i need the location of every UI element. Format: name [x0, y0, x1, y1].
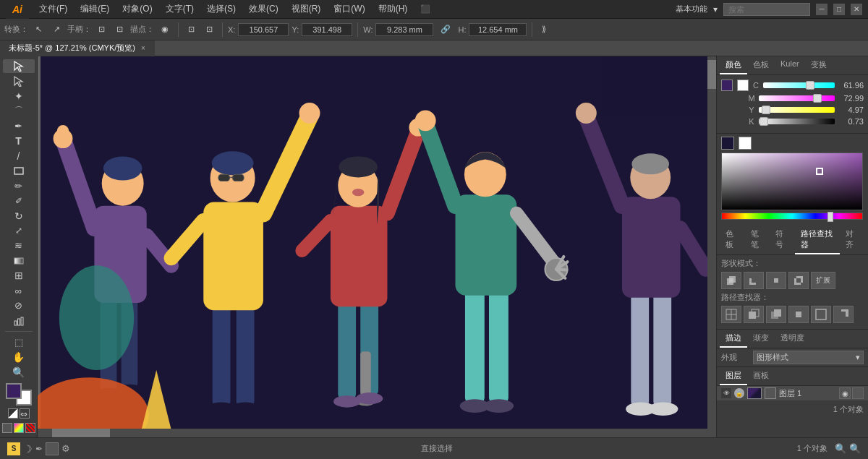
warp-tool[interactable]: ≋	[3, 239, 35, 253]
menu-effect[interactable]: 效果(C)	[243, 1, 284, 17]
canvas-area[interactable]	[38, 56, 716, 437]
minus-front-btn[interactable]	[744, 272, 764, 289]
none-mode-btn[interactable]	[25, 423, 35, 433]
c-thumb[interactable]	[806, 81, 814, 90]
layer-tab[interactable]: 图层	[720, 367, 747, 385]
artboard-tool[interactable]: ⬚	[3, 335, 35, 349]
y-input[interactable]	[302, 23, 352, 36]
trim-btn[interactable]	[744, 306, 764, 323]
layer-action-btn2[interactable]	[852, 387, 864, 399]
search-input[interactable]	[723, 3, 810, 16]
rectangle-tool[interactable]	[3, 164, 35, 178]
outline-btn[interactable]	[811, 306, 831, 323]
x-input[interactable]	[238, 23, 289, 36]
fill-color-swatch[interactable]	[6, 383, 22, 399]
expand-btn[interactable]: 扩展	[811, 272, 835, 289]
zoom-in-btn[interactable]: 🔍	[849, 443, 861, 454]
h-input[interactable]	[469, 23, 527, 36]
swatch-tab[interactable]: 色板	[720, 226, 745, 254]
type-tool[interactable]: T	[3, 134, 35, 148]
bottom-icon-rect[interactable]	[46, 442, 59, 455]
scale-tool[interactable]: ⤢	[3, 224, 35, 238]
selection-tool-btn[interactable]: ↖	[31, 23, 46, 35]
bottom-icon-pen[interactable]: ✒	[35, 444, 43, 454]
menu-file[interactable]: 文件(F)	[33, 1, 73, 17]
zoom-out-btn[interactable]: 🔍	[835, 443, 846, 454]
bg-color-icon[interactable]	[737, 80, 749, 91]
k-thumb[interactable]	[760, 117, 768, 126]
menu-view[interactable]: 视图(R)	[286, 1, 327, 17]
magic-wand-tool[interactable]: ✦	[3, 89, 35, 103]
canvas-vscroll[interactable]	[707, 56, 716, 437]
rotate-tool[interactable]: ↻	[3, 209, 35, 223]
align-tab[interactable]: 对齐	[840, 226, 865, 254]
vscroll-thumb[interactable]	[707, 60, 716, 89]
white-swatch[interactable]	[739, 137, 752, 150]
y-slider[interactable]	[759, 107, 835, 113]
eyedropper-tool[interactable]: ⊘	[3, 299, 35, 313]
layer-visible-eye[interactable]: ◉	[839, 387, 851, 399]
snap-btn[interactable]: ◉	[157, 23, 173, 35]
canvas-hscroll[interactable]	[38, 429, 707, 437]
mesh-tool[interactable]: ⊞	[3, 269, 35, 283]
crop-btn[interactable]	[788, 306, 809, 323]
menu-edit[interactable]: 编辑(E)	[75, 1, 115, 17]
outer-glow-dropdown[interactable]: 图形样式 ▾	[753, 351, 864, 364]
zoom-tool[interactable]: 🔍	[3, 365, 35, 379]
paintbrush-tool[interactable]: ✏	[3, 179, 35, 193]
color-gradient[interactable]	[721, 153, 863, 210]
gradient-tool[interactable]	[3, 254, 35, 267]
color-mode-btn[interactable]	[2, 423, 12, 433]
layer-lock-toggle[interactable]: 🔒	[734, 388, 744, 398]
m-thumb[interactable]	[813, 94, 822, 103]
w-input[interactable]	[375, 23, 433, 36]
divide-btn[interactable]	[721, 306, 741, 323]
unite-btn[interactable]	[721, 272, 741, 289]
board-tab[interactable]: 画板	[747, 367, 775, 385]
intersect-btn[interactable]	[766, 272, 786, 289]
handle-mode-btn[interactable]: ⊡	[94, 23, 109, 35]
menu-object[interactable]: 对象(O)	[116, 1, 158, 17]
menu-window[interactable]: 窗口(W)	[328, 1, 370, 17]
transform-btn[interactable]: ⊡	[184, 23, 199, 35]
document-tab[interactable]: 未标题-5* @ 127.21% (CMYK/预览) ×	[0, 40, 155, 56]
menu-select[interactable]: 选择(S)	[201, 1, 242, 17]
merge-btn[interactable]	[766, 306, 786, 323]
transform-tab[interactable]: 变换	[805, 56, 833, 74]
hscroll-thumb[interactable]	[52, 429, 110, 437]
selection-tool[interactable]	[3, 59, 35, 73]
minus-back-btn[interactable]	[833, 306, 854, 323]
swap-colors-btn[interactable]: ⇔	[20, 408, 30, 419]
layer-visibility-toggle[interactable]: 👁	[721, 388, 731, 398]
stroke-tab[interactable]: 描边	[720, 330, 747, 348]
color-ref-tab[interactable]: 色板	[747, 56, 775, 74]
bottom-icon-moon[interactable]: ☽	[23, 443, 33, 455]
bottom-icon-settings[interactable]: ⚙	[61, 443, 70, 454]
handle-btn2[interactable]: ⊡	[112, 23, 127, 35]
menu-type[interactable]: 文字(T)	[160, 1, 200, 17]
brush-tab[interactable]: 笔笔	[745, 226, 770, 254]
more-btn[interactable]: ⟫	[537, 23, 550, 35]
lasso-tool[interactable]: ⌒	[3, 104, 35, 118]
k-slider[interactable]	[759, 119, 835, 124]
tab-close-button[interactable]: ×	[141, 44, 145, 52]
direct-selection-tool[interactable]	[3, 74, 35, 88]
transparency-tab[interactable]: 透明度	[775, 330, 810, 348]
hue-thumb[interactable]	[827, 212, 833, 222]
color-picker-cursor[interactable]	[816, 168, 823, 175]
bottom-icon-s[interactable]: S	[7, 442, 20, 455]
anchor-tool-btn[interactable]: ↗	[49, 23, 64, 35]
minimize-button[interactable]: ─	[816, 4, 827, 15]
m-slider[interactable]	[759, 95, 835, 101]
black-swatch[interactable]	[721, 137, 734, 150]
gradient-mode-btn[interactable]	[14, 423, 24, 433]
color-mode-icon[interactable]	[721, 80, 733, 91]
close-button[interactable]: ✕	[851, 4, 862, 15]
layer-expand-btn[interactable]	[765, 387, 776, 399]
gradient-tab[interactable]: 渐变	[747, 330, 775, 348]
blend-tool[interactable]: ∞	[3, 284, 35, 298]
hue-bar[interactable]	[721, 213, 863, 220]
symbol-tab[interactable]: 符号	[770, 226, 795, 254]
hand-tool[interactable]: ✋	[3, 350, 35, 364]
graph-tool[interactable]	[3, 314, 35, 327]
